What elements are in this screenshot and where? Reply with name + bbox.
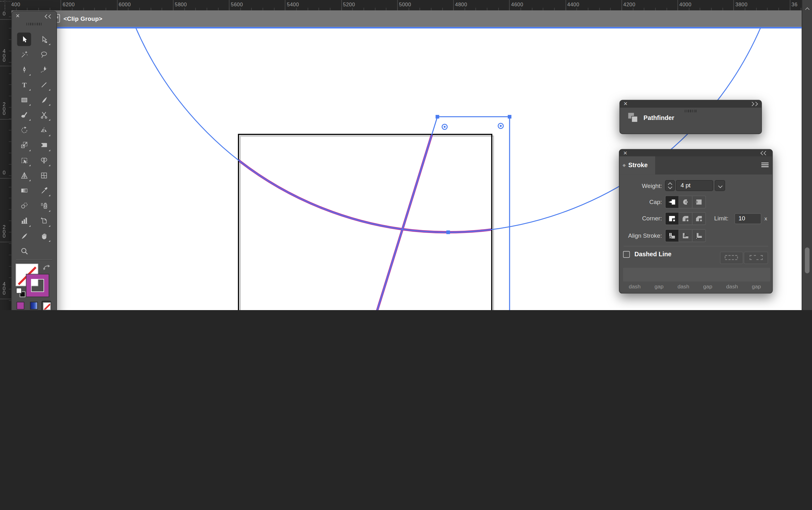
free-transform-tool[interactable] (17, 154, 31, 167)
vertical-scrollbar[interactable] (802, 0, 812, 310)
hand-tool[interactable] (37, 229, 51, 243)
reflect-tool[interactable] (37, 123, 51, 137)
anchor-handle[interactable] (446, 230, 450, 234)
knife-tool[interactable] (17, 229, 31, 243)
stroke-color-swatch[interactable] (27, 274, 49, 297)
ruler-tick (711, 8, 712, 10)
flyout-indicator (29, 119, 31, 121)
shape-builder-icon (40, 157, 48, 164)
reflect-icon (40, 126, 48, 134)
close-icon[interactable]: ✕ (623, 150, 628, 155)
zoom-tool[interactable] (17, 244, 31, 258)
perspective-grid-tool[interactable] (17, 169, 31, 182)
default-fill-stroke-icon[interactable] (16, 288, 26, 298)
gradient-button[interactable] (30, 302, 38, 310)
panel-menu-icon[interactable] (761, 163, 768, 168)
anchor-handle[interactable] (435, 115, 439, 118)
dash-gap-field-6[interactable] (745, 268, 770, 282)
panel-gripper[interactable] (685, 110, 697, 112)
line-segment-tool[interactable] (37, 78, 51, 92)
selection-quad-outline[interactable] (346, 117, 509, 310)
ruler-label: 4000 (679, 1, 692, 7)
vertical-scrollbar-thumb[interactable] (805, 247, 810, 273)
round-cap-button[interactable] (679, 196, 692, 208)
ruler-tick-major (0, 178, 11, 179)
align-outside-button[interactable] (692, 230, 705, 241)
panel-gripper[interactable] (26, 23, 42, 26)
pathfinder-panel-title[interactable]: Pathfinder (643, 115, 674, 122)
rectangle-tool[interactable] (17, 93, 31, 107)
selection-tool[interactable] (17, 33, 31, 46)
corner-widget[interactable] (442, 124, 447, 129)
swap-fill-stroke-icon[interactable] (43, 264, 51, 270)
curvature-tool[interactable] (37, 63, 51, 77)
scroll-up-icon[interactable] (806, 4, 809, 13)
bevel-join-button[interactable] (692, 213, 705, 224)
round-join-button[interactable] (679, 213, 692, 224)
collapse-panel-icon[interactable] (46, 15, 52, 18)
butt-cap-button[interactable] (665, 196, 679, 208)
shaper-tool[interactable] (17, 108, 31, 122)
ruler-tick (722, 8, 723, 10)
shape-builder-tool[interactable] (37, 154, 51, 167)
dash-gap-field-3[interactable] (672, 268, 697, 282)
dashed-line-checkbox[interactable] (623, 251, 630, 258)
projecting-cap-button[interactable] (692, 196, 705, 208)
ruler-tick (150, 8, 151, 10)
collapse-panel-icon[interactable] (761, 151, 767, 154)
dash-corner-preset-button[interactable] (744, 251, 768, 264)
close-icon[interactable]: ✕ (16, 13, 20, 19)
dash-gap-field-5[interactable] (720, 268, 746, 282)
corner-widget[interactable] (498, 123, 503, 128)
artboard-tool[interactable] (37, 214, 51, 228)
rotate-tool[interactable] (17, 123, 31, 137)
dash-gap-field-4[interactable] (696, 268, 721, 282)
pen-tool[interactable] (17, 63, 31, 77)
mesh-tool[interactable] (37, 169, 51, 182)
eraser-tool[interactable] (37, 139, 51, 152)
ruler-label: 200 (2, 102, 6, 116)
column-graph-tool[interactable] (17, 214, 31, 228)
ruler-tick (83, 8, 84, 10)
ruler-tick (50, 8, 50, 10)
weight-stepper[interactable] (665, 180, 675, 191)
miter-join-button[interactable] (665, 213, 679, 224)
dash-preset-button[interactable] (720, 251, 743, 264)
flyout-indicator (29, 150, 31, 151)
magic-wand-tool[interactable] (17, 48, 31, 61)
eyedropper-tool[interactable] (37, 184, 51, 198)
paintbrush-tool[interactable] (37, 93, 51, 107)
weight-dropdown[interactable] (715, 180, 725, 191)
weight-value-field[interactable]: 4 pt (676, 180, 713, 191)
align-inside-button[interactable] (679, 230, 692, 241)
tab-stroke[interactable]: ◆ Stroke (619, 156, 655, 174)
direct-selection-tool[interactable] (37, 33, 51, 46)
panel-cycle-icon[interactable]: ◆ (623, 163, 626, 168)
dash-gap-field-2[interactable] (647, 268, 672, 282)
close-icon[interactable]: ✕ (623, 102, 628, 107)
ruler-tick (8, 96, 11, 97)
flyout-indicator (29, 180, 31, 181)
align-center-button[interactable] (665, 230, 679, 241)
symbol-sprayer-tool[interactable] (37, 199, 51, 212)
flyout-indicator (29, 104, 31, 106)
lasso-tool[interactable] (37, 48, 51, 61)
none-button[interactable] (41, 301, 51, 310)
horizontal-ruler[interactable]: 4006200600058005600540052005000480046004… (11, 0, 802, 11)
dash-gap-label: gap (745, 283, 768, 289)
ruler-origin-corner[interactable] (0, 0, 12, 11)
ruler-tick (442, 8, 442, 10)
gradient-tool[interactable] (17, 184, 31, 198)
dash-gap-field-1[interactable] (623, 268, 648, 282)
line-segment-icon (40, 81, 48, 88)
scale-tool[interactable] (17, 139, 31, 152)
blend-tool[interactable] (17, 199, 31, 212)
color-button[interactable] (17, 302, 25, 310)
anchor-handle[interactable] (508, 115, 511, 118)
expand-panel-icon[interactable] (751, 102, 757, 106)
type-tool[interactable] (17, 78, 31, 92)
scissors-tool[interactable] (37, 108, 51, 122)
live-corner-widgets (354, 123, 503, 310)
miter-limit-field[interactable]: 10 (734, 213, 762, 224)
vertical-ruler[interactable]: 040020002004006008001000 (0, 10, 12, 310)
